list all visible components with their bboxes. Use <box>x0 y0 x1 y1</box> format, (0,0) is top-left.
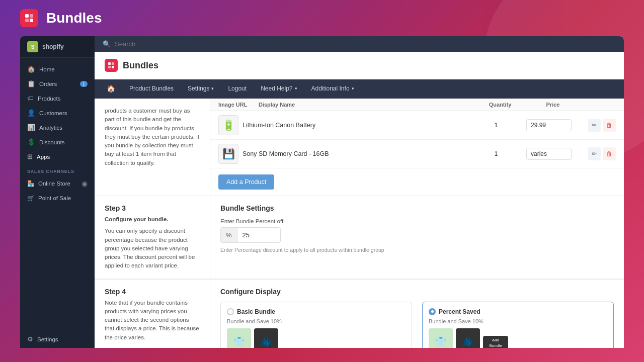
home-tab-icon: 🏠 <box>107 84 115 93</box>
display-options: Basic Bundle Bundle and Save 10% 👕 + 🧥 <box>220 302 614 348</box>
chevron-down-icon: ▾ <box>352 86 354 91</box>
basic-bundle-subtitle: Bundle and Save 10% <box>227 318 406 324</box>
settings-nav-item[interactable]: ⚙ Settings <box>27 335 88 343</box>
sidebar-nav: 🏠 Home 📋 Orders 1 🏷 Products 👤 Customers… <box>20 58 95 330</box>
shopify-store-name: shopify <box>42 43 64 50</box>
sidebar-item-analytics[interactable]: 📊 Analytics <box>20 120 95 135</box>
settings-icon: ⚙ <box>27 335 33 343</box>
sidebar-item-pos[interactable]: 🛒 Point of Sale <box>20 191 95 205</box>
chevron-down-icon: ▾ <box>295 86 297 91</box>
sidebar-item-customers[interactable]: 👤 Customers <box>20 106 95 120</box>
display-option-basic[interactable]: Basic Bundle Bundle and Save 10% 👕 + 🧥 <box>220 302 412 348</box>
col-header-name: Display Name <box>259 102 480 108</box>
basic-bundle-radio-row: Basic Bundle <box>227 308 406 315</box>
tab-logout[interactable]: Logout <box>221 80 254 98</box>
sidebar-item-discounts[interactable]: 💲 Discounts <box>20 135 95 149</box>
sidebar-item-home[interactable]: 🏠 Home <box>20 62 95 76</box>
product-image-2: 💾 <box>218 144 238 164</box>
edit-button-1[interactable]: ✏ <box>588 119 601 132</box>
basic-bundle-preview: 👕 + 🧥 <box>227 328 406 348</box>
percent-saved-subtitle: Bundle and Save 10% <box>429 318 607 324</box>
product-actions-2: ✏ 🗑 <box>586 147 616 160</box>
sidebar: S shopify 🏠 Home 📋 Orders 1 🏷 Products 👤… <box>20 36 95 348</box>
online-store-icon: 🏪 <box>27 180 34 187</box>
bundles-page-header: Bundles <box>95 52 624 79</box>
add-product-button[interactable]: Add a Product <box>218 174 274 190</box>
percent-saved-radio-row: Percent Saved <box>429 308 607 315</box>
table-row: 💾 Sony SD Memory Card - 16GB 1 ✏ 🗑 <box>210 140 624 168</box>
svg-rect-7 <box>112 66 114 68</box>
bundle-settings-title: Bundle Settings <box>220 204 614 212</box>
svg-rect-3 <box>30 19 33 22</box>
pos-icon: 🛒 <box>27 195 34 202</box>
sidebar-item-orders[interactable]: 📋 Orders 1 <box>20 76 95 91</box>
search-input[interactable] <box>115 40 616 48</box>
sidebar-item-apps[interactable]: ⊞ Apps <box>20 149 95 164</box>
step4-section: Step 4 Note that if your bundle contains… <box>95 279 624 348</box>
preview-product-2: 🧥 <box>254 328 278 348</box>
tab-product-bundles[interactable]: Product Bundles <box>122 80 181 98</box>
price-input-2[interactable] <box>526 148 572 160</box>
basic-bundle-radio[interactable] <box>227 308 234 315</box>
display-option-percent-saved[interactable]: Percent Saved Bundle and Save 10% 👕 + 🧥 … <box>422 302 614 348</box>
tab-need-help[interactable]: Need Help? ▾ <box>254 80 304 98</box>
apps-icon: ⊞ <box>27 153 33 160</box>
step3-left: Step 3 Configure your bundle. You can on… <box>95 196 210 279</box>
sidebar-item-products[interactable]: 🏷 Products <box>20 91 95 106</box>
basic-bundle-label: Basic Bundle <box>237 308 275 315</box>
home-icon: 🏠 <box>27 65 35 73</box>
step4-title: Step 4 <box>105 288 200 296</box>
edit-button-2[interactable]: ✏ <box>588 147 601 160</box>
col-header-price: Price <box>520 102 586 108</box>
step4-left: Step 4 Note that if your bundle contains… <box>95 280 210 348</box>
preview-product-1: 👕 + <box>227 328 251 348</box>
search-icon: 🔍 <box>103 40 111 48</box>
svg-rect-5 <box>112 62 114 65</box>
col-header-actions <box>586 102 616 108</box>
delete-button-2[interactable]: 🗑 <box>603 147 616 160</box>
products-panel: Image URL Display Name Quantity Price 🔋 … <box>210 99 624 196</box>
content-area: 🔍 Bundles 🏠 Product Bundles <box>95 36 624 348</box>
nav-tabs: 🏠 Product Bundles Settings ▾ Logout Need… <box>95 79 624 99</box>
tab-additional-info[interactable]: Additional Info ▾ <box>304 80 361 98</box>
preview-product-4: 🧥 <box>456 328 480 348</box>
sidebar-item-label: Customers <box>39 110 67 116</box>
analytics-icon: 📊 <box>27 124 35 131</box>
sidebar-settings-item[interactable]: ⚙ Settings <box>20 330 95 348</box>
tab-label: Settings <box>188 85 209 92</box>
col-header-image: Image URL <box>218 102 259 108</box>
sidebar-item-online-store[interactable]: 🏪 Online Store ◉ <box>20 176 95 191</box>
percent-saved-radio[interactable] <box>429 308 436 315</box>
sidebar-item-label: Apps <box>37 154 50 160</box>
discounts-icon: 💲 <box>27 138 35 146</box>
sidebar-item-label: Orders <box>39 81 57 87</box>
sidebar-item-label: Products <box>38 96 60 102</box>
step2-description: products a customer must buy as part of … <box>105 107 200 167</box>
add-bundle-preview-btn: Add Bundle Save 10% <box>483 336 508 348</box>
bundle-settings-panel: Bundle Settings Enter Bundle Percent off… <box>210 196 624 279</box>
tab-settings[interactable]: Settings ▾ <box>181 80 221 98</box>
step3-subtitle: Configure your bundle. <box>105 215 200 224</box>
sidebar-section-title: SALES CHANNELS <box>20 164 95 176</box>
percent-saved-label: Percent Saved <box>439 308 480 315</box>
percent-label: Enter Bundle Percent off <box>220 218 614 224</box>
preview-product-3: 👕 + <box>429 328 453 348</box>
percent-value-input[interactable] <box>237 228 273 242</box>
chevron-down-icon: ▾ <box>211 86 214 91</box>
search-bar: 🔍 <box>95 36 624 52</box>
step3-section: Step 3 Configure your bundle. You can on… <box>95 196 624 279</box>
price-input-1[interactable] <box>526 119 572 131</box>
tab-label: Logout <box>228 85 247 92</box>
tab-home[interactable]: 🏠 <box>100 79 122 99</box>
product-qty-1: 1 <box>476 122 516 129</box>
page-content: products a customer must buy as part of … <box>95 99 624 348</box>
products-table-header: Image URL Display Name Quantity Price <box>210 99 624 111</box>
bundles-page-title: Bundles <box>123 60 158 71</box>
percent-saved-preview: 👕 + 🧥 Add Bundle Save 10% <box>429 328 607 348</box>
sidebar-item-label: Discounts <box>39 139 65 145</box>
delete-button-1[interactable]: 🗑 <box>603 119 616 132</box>
svg-rect-2 <box>25 19 29 22</box>
tab-label: Need Help? <box>261 85 292 92</box>
eye-icon: ◉ <box>82 179 88 188</box>
sidebar-item-label: Settings <box>37 336 58 342</box>
